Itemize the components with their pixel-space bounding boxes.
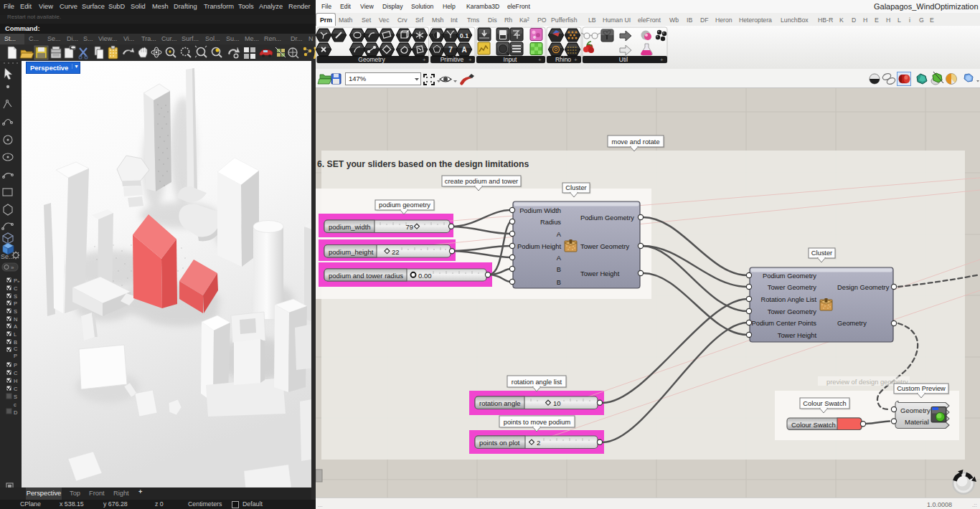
- svg-text:Colour Swatch: Colour Swatch: [803, 400, 846, 407]
- svg-text:Custom Preview: Custom Preview: [897, 385, 946, 392]
- svg-text:S: S: [14, 308, 17, 315]
- svg-text:B: B: [557, 279, 561, 286]
- svg-text:6. SET your sliders based on t: 6. SET your sliders based on the design …: [317, 159, 529, 169]
- svg-text:Primitive: Primitive: [440, 56, 464, 63]
- svg-text:create podium and tower: create podium and tower: [445, 178, 518, 185]
- svg-text:A: A: [461, 46, 466, 54]
- svg-text:+: +: [574, 57, 578, 63]
- svg-text:+: +: [468, 57, 472, 63]
- svg-text:Podium Geometry: Podium Geometry: [580, 214, 634, 222]
- svg-text:0.00: 0.00: [418, 272, 432, 280]
- svg-text:Tower Geometry: Tower Geometry: [768, 308, 817, 315]
- svg-text:rotation angle: rotation angle: [479, 399, 521, 407]
- svg-text:Rhino: Rhino: [555, 56, 571, 63]
- svg-text:Cluster: Cluster: [565, 184, 586, 191]
- svg-text:podium and tower radius: podium and tower radius: [329, 272, 403, 280]
- svg-text:79: 79: [405, 223, 413, 231]
- svg-text:C: C: [14, 370, 18, 376]
- svg-text:B: B: [14, 339, 17, 346]
- svg-text:0.1: 0.1: [460, 32, 469, 39]
- svg-text:Cluster: Cluster: [811, 249, 832, 257]
- svg-text:Podium Height: Podium Height: [517, 243, 561, 250]
- svg-text:Geometry: Geometry: [837, 320, 867, 327]
- svg-text:Design Geometry: Design Geometry: [837, 284, 890, 291]
- svg-text:S: S: [14, 293, 17, 300]
- svg-text:Tower Geometry: Tower Geometry: [580, 243, 630, 250]
- svg-text:Util: Util: [619, 56, 628, 63]
- svg-text:Podium Geometry: Podium Geometry: [763, 272, 816, 280]
- svg-text:A: A: [557, 231, 562, 238]
- svg-text:Podium Center Points: Podium Center Points: [752, 320, 817, 327]
- svg-text:7: 7: [448, 46, 453, 54]
- svg-text:S: S: [14, 394, 17, 400]
- svg-text:points to move podium: points to move podium: [504, 419, 571, 426]
- svg-text:»: »: [11, 265, 14, 271]
- svg-text:A: A: [557, 255, 562, 262]
- svg-text:10: 10: [553, 399, 561, 407]
- svg-text:D: D: [14, 409, 18, 416]
- svg-text:c: c: [14, 401, 17, 408]
- svg-text:Geometry: Geometry: [900, 406, 930, 414]
- svg-text:C: C: [14, 346, 18, 352]
- svg-text:22: 22: [392, 248, 400, 256]
- svg-text:H: H: [14, 378, 17, 384]
- svg-text:+: +: [423, 57, 426, 63]
- svg-text:C: C: [14, 285, 18, 292]
- svg-text:2: 2: [537, 439, 540, 447]
- svg-text:B: B: [557, 266, 561, 273]
- svg-text:Podium Width: Podium Width: [519, 207, 561, 214]
- svg-text:Material: Material: [905, 418, 929, 426]
- svg-text:podium_width: podium_width: [329, 223, 371, 231]
- svg-text:P: P: [14, 353, 17, 359]
- svg-text:Tower Height: Tower Height: [580, 270, 620, 277]
- svg-text:Radius: Radius: [540, 219, 561, 226]
- svg-text:L: L: [14, 331, 17, 338]
- svg-text:»: »: [17, 279, 20, 283]
- svg-text:Tower Geometry: Tower Geometry: [768, 284, 817, 291]
- svg-text:N: N: [14, 316, 17, 323]
- svg-text:147%: 147%: [349, 75, 367, 82]
- svg-text:+: +: [660, 57, 664, 63]
- svg-text:Colour Swatch: Colour Swatch: [791, 421, 836, 429]
- svg-text:A: A: [14, 323, 17, 330]
- svg-text:podium geometry: podium geometry: [379, 201, 430, 209]
- svg-text:Tower Height: Tower Height: [778, 332, 817, 339]
- svg-text:P: P: [14, 362, 17, 368]
- svg-text:points on plot: points on plot: [479, 439, 520, 447]
- svg-text:rotation angle list: rotation angle list: [512, 379, 562, 386]
- svg-text:move and rotate: move and rotate: [611, 138, 659, 146]
- svg-text:C: C: [14, 386, 18, 392]
- svg-text:podium_height: podium_height: [329, 248, 374, 256]
- svg-text:Rotation Angle List: Rotation Angle List: [760, 296, 816, 303]
- svg-text:+: +: [538, 57, 542, 63]
- svg-text:Geometry: Geometry: [358, 56, 385, 63]
- svg-text:P: P: [14, 300, 17, 307]
- svg-text:Input: Input: [504, 56, 518, 63]
- svg-text:Se...: Se...: [1, 253, 14, 260]
